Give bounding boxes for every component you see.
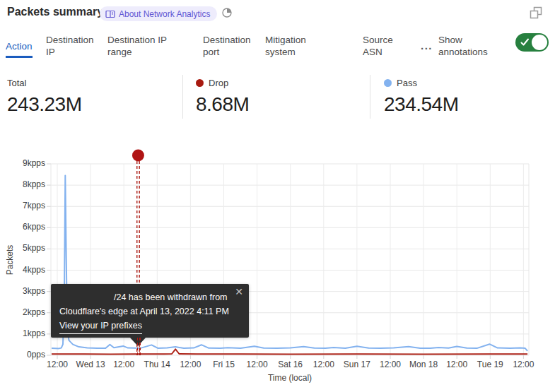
check-icon xyxy=(520,38,530,47)
drop-legend-dot xyxy=(196,79,204,87)
stat-divider xyxy=(182,75,183,119)
view-ip-prefixes-link[interactable]: View your IP prefixes xyxy=(59,319,142,334)
y-tick-label: 9kpps xyxy=(13,158,45,168)
y-tick-label: 2kpps xyxy=(13,307,45,317)
stat-value: 243.23M xyxy=(7,93,81,116)
y-tick-label: 4kpps xyxy=(13,265,45,275)
x-tick-label: 12:00 xyxy=(505,360,542,369)
annotation-marker-dot[interactable] xyxy=(132,150,144,162)
stat-total: Total 243.23M xyxy=(7,78,81,116)
stat-pass: Pass 234.54M xyxy=(384,78,458,116)
badge-label: About Network Analytics xyxy=(119,9,210,19)
tab-destination-ip-range[interactable]: Destination IP range xyxy=(107,34,177,58)
x-tick-label: Tue 19 xyxy=(472,360,508,369)
show-annotations-label: Show annotations xyxy=(438,34,498,58)
y-tick-label: 6kpps xyxy=(13,222,45,232)
y-tick-label: 5kpps xyxy=(13,243,45,253)
tab-destination-ip[interactable]: Destination IP xyxy=(46,34,101,58)
x-tick-label: 12:00 xyxy=(239,360,276,369)
book-icon xyxy=(105,9,115,19)
toggle-knob xyxy=(532,35,547,50)
y-tick-label: 0pps xyxy=(13,350,45,360)
stat-value: 234.54M xyxy=(384,93,458,116)
x-tick-label: 12:00 xyxy=(438,360,475,369)
series-drop xyxy=(52,349,527,354)
dimension-tabs: Action Destination IP Destination IP ran… xyxy=(0,32,555,58)
x-tick-label: 12:00 xyxy=(372,360,409,369)
stat-value: 8.68M xyxy=(196,93,249,116)
x-tick-label: 12:00 xyxy=(305,360,342,369)
tab-destination-port[interactable]: Destination port xyxy=(203,34,258,58)
tab-action[interactable]: Action xyxy=(6,40,33,58)
tab-source-asn[interactable]: Source ASN xyxy=(363,34,399,58)
x-axis-title: Time (local) xyxy=(51,373,529,383)
x-tick-label: Sat 16 xyxy=(272,360,309,369)
pie-clock-icon[interactable] xyxy=(221,7,233,18)
tab-mitigation-system[interactable]: Mitigation system xyxy=(265,34,315,58)
y-tick-label: 8kpps xyxy=(13,179,45,189)
pass-legend-dot xyxy=(384,79,392,87)
stat-divider xyxy=(370,75,370,119)
page-title: Packets summary xyxy=(7,6,103,18)
tooltip-caret xyxy=(129,337,146,346)
tooltip-message-line2: Cloudflare's edge at April 13, 2022 4:11… xyxy=(59,304,240,319)
annotation-tooltip: ✕ /24 has been withdrawn from Cloudflare… xyxy=(51,284,249,338)
stats-row: Total 243.23M Drop 8.68M Pass 234.54M xyxy=(0,73,555,120)
packets-summary-panel: Packets summary About Network Analytics … xyxy=(0,0,555,392)
tooltip-message-line1: /24 has been withdrawn from xyxy=(59,290,240,304)
x-tick-label: Wed 13 xyxy=(72,360,109,369)
y-axis-title: Packets xyxy=(5,225,15,295)
stat-label: Pass xyxy=(397,78,417,88)
x-tick-label: Sun 17 xyxy=(339,360,375,369)
y-tick-label: 3kpps xyxy=(13,286,45,296)
x-tick-label: Thu 14 xyxy=(139,360,175,369)
x-tick-label: 12:00 xyxy=(172,360,209,369)
x-tick-label: 12:00 xyxy=(39,360,76,369)
stat-drop: Drop 8.68M xyxy=(196,78,249,116)
tooltip-close-icon[interactable]: ✕ xyxy=(235,287,243,297)
x-tick-label: Fri 15 xyxy=(206,360,243,369)
popout-icon[interactable] xyxy=(530,6,542,19)
stat-label: Total xyxy=(7,78,26,88)
about-network-analytics-badge[interactable]: About Network Analytics xyxy=(100,6,217,21)
more-tabs-button[interactable]: ... xyxy=(421,40,433,52)
annotations-toggle[interactable] xyxy=(515,33,549,52)
y-tick-label: 7kpps xyxy=(13,201,45,210)
y-tick-label: 1kpps xyxy=(13,328,45,338)
stat-label: Drop xyxy=(209,78,228,88)
x-tick-label: 12:00 xyxy=(105,360,142,369)
x-tick-label: Mon 18 xyxy=(405,360,442,369)
